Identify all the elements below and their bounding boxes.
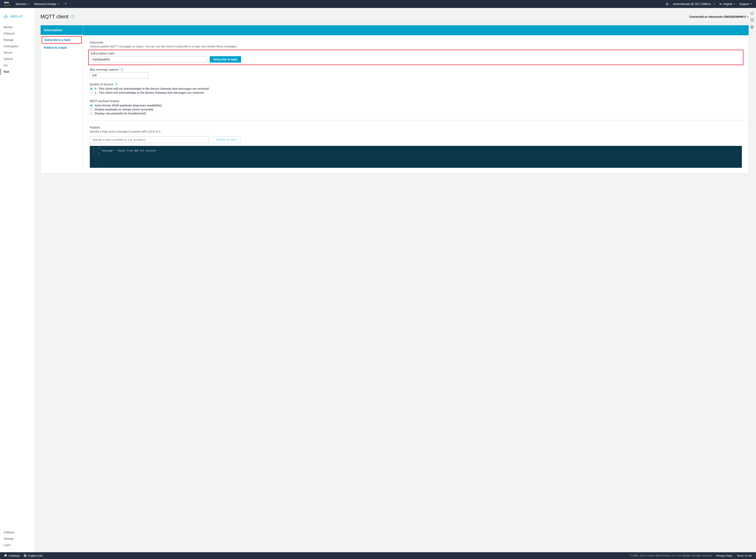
connection-status-dropdown[interactable]: Connected as iotconsole-1560326036999-3 … bbox=[689, 15, 749, 18]
subscriptions-header: Subscriptions bbox=[41, 25, 83, 35]
payload-option-auto-json[interactable]: Auto-format JSON payloads (improves read… bbox=[90, 104, 742, 107]
nav-support[interactable]: Support ▼ bbox=[739, 2, 752, 5]
radio-label: 1 - This client will acknowledge to the … bbox=[95, 91, 204, 94]
caret-down-icon: ▼ bbox=[750, 3, 752, 5]
qos-option-0[interactable]: 0 - This client will not acknowledge to … bbox=[90, 87, 742, 90]
sidebar-item-secure[interactable]: Secure bbox=[0, 49, 34, 56]
caret-down-icon: ▼ bbox=[747, 16, 749, 18]
subscribe-description: Devices publish MQTT messages on topics.… bbox=[90, 45, 742, 48]
publish-link-label: Publish to a topic bbox=[44, 46, 67, 49]
subscription-topic-highlight: Subscription topic Subscribe to topic bbox=[88, 50, 743, 65]
sidebar-item-label: Settings bbox=[4, 537, 14, 540]
rail-help-icon[interactable] bbox=[750, 18, 754, 23]
caret-down-icon: ▼ bbox=[733, 3, 735, 5]
iot-icon bbox=[3, 14, 8, 19]
sidebar-item-label: Onboard bbox=[4, 32, 14, 35]
subscriptions-sidebar: Subscriptions Subscribe to a topic Publi… bbox=[41, 25, 83, 173]
qos-label: Quality of Service ? bbox=[90, 83, 742, 86]
nav-resource-groups-label: Resource Groups bbox=[34, 2, 56, 5]
radio-label: Display payloads as strings (more accura… bbox=[95, 108, 153, 111]
nav-region[interactable]: N. Virginia ▼ bbox=[719, 2, 735, 5]
connection-status-text: Connected as iotconsole-1560326036999-3 bbox=[689, 15, 746, 18]
radio-unselected-icon bbox=[90, 108, 93, 111]
top-nav: aws Services ▼ Resource Groups ▼ renemol… bbox=[0, 0, 756, 8]
code-content: { "message": "Hello from AWS IoT console… bbox=[96, 147, 159, 167]
page-title-text: MQTT client bbox=[41, 14, 69, 20]
sidebar-item-settings[interactable]: Settings bbox=[0, 536, 34, 542]
aws-logo[interactable]: aws bbox=[4, 1, 10, 7]
sidebar-item-monitor[interactable]: Monitor bbox=[0, 24, 34, 30]
nav-pin[interactable] bbox=[64, 2, 67, 6]
panel-topbar bbox=[83, 25, 749, 35]
sidebar-item-greengrass[interactable]: Greengrass bbox=[0, 43, 34, 49]
nav-services[interactable]: Services ▼ bbox=[16, 2, 29, 5]
sidebar-item-software[interactable]: Software bbox=[0, 529, 34, 536]
radio-selected-icon bbox=[90, 87, 93, 90]
main-content: MQTT client ? Connected as iotconsole-15… bbox=[35, 8, 756, 552]
subscribe-to-topic-button[interactable]: Subscribe to topic bbox=[210, 56, 241, 63]
radio-unselected-icon bbox=[90, 112, 93, 115]
payload-code-editor[interactable]: 123 { "message": "Hello from AWS IoT con… bbox=[90, 146, 742, 168]
sidebar-item-label: Defend bbox=[4, 58, 13, 61]
sidebar-item-test[interactable]: Test bbox=[0, 69, 34, 75]
notifications-icon[interactable] bbox=[666, 2, 669, 6]
radio-unselected-icon bbox=[90, 91, 93, 94]
nav-account-label: renemolenaar @ 1517-0986-8... bbox=[673, 2, 712, 5]
sidebar-item-act[interactable]: Act bbox=[0, 62, 34, 69]
subscribe-link-label: Subscribe to a topic bbox=[44, 38, 71, 42]
sidebar-item-learn[interactable]: Learn bbox=[0, 542, 34, 548]
publish-to-topic-link[interactable]: Publish to a topic bbox=[41, 44, 83, 50]
sidebar-item-label: Test bbox=[4, 70, 9, 73]
nav-region-label: N. Virginia bbox=[719, 2, 732, 5]
nav-resource-groups[interactable]: Resource Groups ▼ bbox=[34, 2, 59, 5]
nav-services-label: Services bbox=[16, 2, 26, 5]
sidebar-item-onboard[interactable]: Onboard bbox=[0, 30, 34, 37]
sidebar-brand-label: AWS IoT bbox=[10, 15, 23, 18]
payload-option-string[interactable]: Display payloads as strings (more accura… bbox=[90, 108, 742, 111]
sidebar-item-label: Secure bbox=[4, 51, 13, 54]
sidebar-item-label: Greengrass bbox=[4, 45, 18, 48]
svg-point-0 bbox=[5, 15, 6, 15]
qos-option-1[interactable]: 1 - This client will acknowledge to the … bbox=[90, 91, 742, 94]
sidebar: AWS IoT Monitor Onboard Manage Greengras… bbox=[0, 8, 35, 552]
mqtt-panel: Subscriptions Subscribe to a topic Publi… bbox=[41, 25, 749, 174]
subscribe-to-topic-link[interactable]: Subscribe to a topic bbox=[42, 36, 82, 44]
sidebar-brand[interactable]: AWS IoT bbox=[0, 12, 34, 24]
nav-account[interactable]: renemolenaar @ 1517-0986-8... ▼ bbox=[673, 2, 715, 5]
publish-to-topic-button[interactable]: Publish to topic bbox=[212, 136, 240, 143]
help-icon[interactable]: ? bbox=[115, 83, 118, 86]
max-message-capture-label: Max message capture ? bbox=[90, 68, 742, 71]
caret-down-icon: ▼ bbox=[57, 3, 59, 5]
qos-label-text: Quality of Service bbox=[90, 83, 113, 86]
rail-notifications-icon[interactable] bbox=[750, 11, 754, 16]
help-icon[interactable]: ? bbox=[120, 68, 123, 71]
code-gutter: 123 bbox=[90, 147, 96, 167]
nav-support-label: Support bbox=[739, 2, 749, 5]
publish-description: Specify a topic and a message to publish… bbox=[90, 130, 742, 133]
radio-label: Auto-format JSON payloads (improves read… bbox=[95, 104, 162, 107]
right-rail bbox=[750, 11, 754, 30]
subscription-topic-input[interactable] bbox=[90, 57, 207, 62]
radio-selected-icon bbox=[90, 104, 93, 107]
sidebar-item-label: Software bbox=[4, 531, 15, 534]
sidebar-item-manage[interactable]: Manage bbox=[0, 37, 34, 43]
svg-point-2 bbox=[7, 17, 8, 17]
subscribe-heading: Subscribe bbox=[90, 41, 742, 44]
sidebar-item-label: Act bbox=[4, 64, 7, 67]
sidebar-item-label: Manage bbox=[4, 38, 14, 42]
sidebar-item-defend[interactable]: Defend bbox=[0, 56, 34, 62]
publish-heading: Publish bbox=[90, 126, 742, 129]
radio-label: 0 - This client will not acknowledge to … bbox=[95, 87, 209, 90]
max-capture-label-text: Max message capture bbox=[90, 68, 119, 71]
caret-down-icon: ▼ bbox=[714, 3, 715, 5]
radio-label: Display raw payloads (in hexadecimal) bbox=[95, 112, 146, 115]
max-message-capture-input[interactable] bbox=[90, 72, 148, 78]
subscription-topic-label: Subscription topic bbox=[90, 52, 741, 55]
help-icon[interactable]: ? bbox=[71, 15, 74, 19]
payload-option-hex[interactable]: Display raw payloads (in hexadecimal) bbox=[90, 112, 742, 115]
rail-activity-icon[interactable] bbox=[750, 25, 754, 30]
page-title: MQTT client ? bbox=[41, 14, 74, 20]
pin-icon bbox=[64, 2, 67, 6]
caret-down-icon: ▼ bbox=[27, 3, 29, 5]
publish-topic-input[interactable] bbox=[90, 136, 209, 143]
